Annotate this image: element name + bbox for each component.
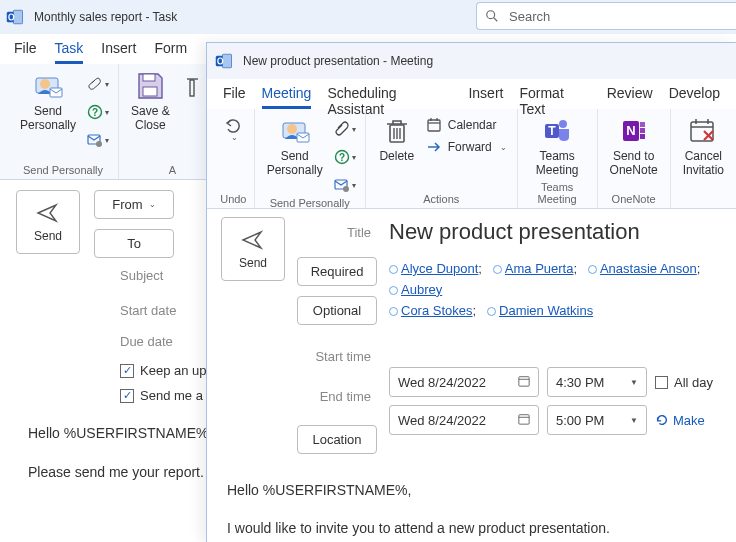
svg-rect-42: [640, 134, 645, 139]
svg-rect-40: [640, 122, 645, 127]
location-button[interactable]: Location: [297, 425, 377, 454]
svg-rect-15: [190, 80, 194, 96]
svg-point-12: [96, 141, 102, 147]
svg-point-37: [559, 120, 567, 128]
presence-icon: [389, 286, 398, 295]
mail-settings-dropdown[interactable]: ▾: [331, 173, 359, 197]
attendee-link[interactable]: Alyce Dupont: [401, 261, 478, 276]
required-attendees[interactable]: Alyce Dupont; Ama Puerta; Anastasie Anso…: [389, 259, 722, 321]
all-day-checkbox[interactable]: All day: [655, 375, 713, 390]
presence-icon: [487, 307, 496, 316]
menu-meeting[interactable]: Meeting: [262, 85, 312, 109]
svg-point-21: [287, 124, 297, 134]
help-dropdown[interactable]: ?▾: [331, 145, 359, 169]
send-button[interactable]: Send: [221, 217, 285, 281]
outlook-icon: [6, 8, 24, 26]
attendee-link[interactable]: Anastasie Anson: [600, 261, 697, 276]
help-dropdown[interactable]: ?▾: [84, 100, 112, 124]
attendee-link[interactable]: Cora Stokes: [401, 303, 473, 318]
send-button[interactable]: Send: [16, 190, 80, 254]
send-to-onenote-button[interactable]: N Send to OneNote: [604, 113, 664, 180]
required-button[interactable]: Required: [297, 257, 377, 286]
menu-developer[interactable]: Develop: [669, 85, 720, 109]
forward-arrow-icon: [426, 139, 442, 155]
teams-icon: T: [541, 115, 573, 147]
calendar-picker-icon: [518, 375, 530, 390]
menu-format-text[interactable]: Format Text: [519, 85, 590, 109]
compose-area: Send Title Required Optional Start time …: [207, 209, 736, 462]
cancel-invitation-button[interactable]: Cancel Invitatio: [677, 113, 730, 180]
calendar-icon: [426, 117, 442, 133]
attendee-link[interactable]: Ama Puerta: [505, 261, 574, 276]
person-mail-icon: [32, 70, 64, 102]
menu-format-text[interactable]: Form: [154, 40, 187, 64]
ribbon-group-undo: ⌄ Undo: [213, 109, 255, 208]
start-date-field[interactable]: Wed 8/24/2022: [389, 367, 539, 397]
attach-dropdown[interactable]: ▾: [331, 117, 359, 141]
svg-point-4: [487, 11, 495, 19]
outlook-icon: [215, 52, 233, 70]
svg-point-26: [343, 186, 349, 192]
menu-bar: File Meeting Scheduling Assistant Insert…: [207, 79, 736, 109]
mail-gear-icon: [334, 177, 350, 193]
title-input[interactable]: New product presentation: [389, 217, 722, 251]
save-icon: [134, 70, 166, 102]
send-personally-button[interactable]: Send Personally: [14, 68, 82, 135]
from-button[interactable]: From⌄: [94, 190, 174, 219]
mail-settings-dropdown[interactable]: ▾: [84, 128, 112, 152]
ribbon-group-send-personally: Send Personally ▾ ?▾ ▾ Send Personally: [8, 64, 119, 179]
menu-review[interactable]: Review: [607, 85, 653, 109]
window-title: New product presentation - Meeting: [243, 54, 433, 68]
menu-scheduling-assistant[interactable]: Scheduling Assistant: [327, 85, 452, 109]
start-time-field[interactable]: 4:30 PM▼: [547, 367, 647, 397]
send-icon: [36, 201, 60, 225]
search-box[interactable]: Search: [476, 2, 736, 30]
body-line: Hello %USERFIRSTNAME%,: [227, 476, 716, 504]
ribbon-group-actions: Delete Calendar Forward ⌄ Actions: [366, 109, 518, 208]
svg-rect-49: [519, 377, 529, 386]
menu-insert[interactable]: Insert: [101, 40, 136, 64]
attach-dropdown[interactable]: ▾: [84, 72, 112, 96]
delete-button[interactable]: Delete: [372, 113, 422, 165]
save-close-button[interactable]: Save & Close: [125, 68, 176, 135]
ribbon-group-teams: T Teams Meeting Teams Meeting: [518, 109, 598, 208]
optional-button[interactable]: Optional: [297, 296, 377, 325]
meeting-window: New product presentation - Meeting File …: [206, 42, 736, 542]
ribbon-group-onenote: N Send to OneNote OneNote: [598, 109, 671, 208]
menu-task[interactable]: Task: [55, 40, 84, 64]
body-line: I would like to invite you to attend a n…: [227, 514, 716, 542]
menu-file[interactable]: File: [14, 40, 37, 64]
svg-text:N: N: [626, 123, 635, 138]
title-bar: New product presentation - Meeting: [207, 43, 736, 79]
svg-rect-17: [223, 54, 232, 68]
help-icon: ?: [334, 149, 350, 165]
svg-text:?: ?: [92, 107, 98, 118]
message-body[interactable]: Hello %USERFIRSTNAME%, I would like to i…: [207, 462, 736, 542]
search-placeholder: Search: [509, 9, 550, 24]
ribbon-group-send-personally: Send Personally ▾ ?▾ ▾ Send Personally: [255, 109, 366, 208]
forward-button[interactable]: Forward ⌄: [426, 139, 507, 155]
attendee-link[interactable]: Damien Watkins: [499, 303, 593, 318]
end-date-field[interactable]: Wed 8/24/2022: [389, 405, 539, 435]
recurring-icon: [655, 413, 669, 427]
menu-file[interactable]: File: [223, 85, 246, 109]
send-personally-button[interactable]: Send Personally: [261, 113, 329, 180]
teams-meeting-button[interactable]: T Teams Meeting: [530, 113, 585, 180]
ribbon-group-cancel: Cancel Invitatio: [671, 109, 736, 208]
calendar-cancel-icon: [687, 115, 719, 147]
make-recurring-link[interactable]: Make: [655, 413, 705, 428]
svg-text:T: T: [548, 124, 556, 138]
calendar-button[interactable]: Calendar: [426, 117, 507, 133]
trash-icon: [381, 115, 413, 147]
end-time-field[interactable]: 5:00 PM▼: [547, 405, 647, 435]
presence-icon: [588, 265, 597, 274]
to-button[interactable]: To: [94, 229, 174, 258]
person-mail-icon: [279, 115, 311, 147]
svg-point-7: [40, 79, 50, 89]
svg-text:?: ?: [339, 152, 345, 163]
window-title: Monthly sales report - Task: [34, 10, 177, 24]
attendee-link[interactable]: Aubrey: [401, 282, 442, 297]
menu-insert[interactable]: Insert: [468, 85, 503, 109]
presence-icon: [389, 307, 398, 316]
svg-line-5: [494, 18, 498, 22]
